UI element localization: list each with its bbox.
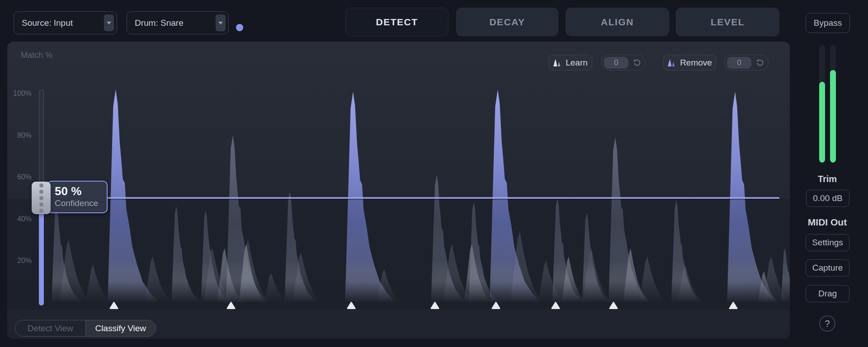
dropdown-arrow-box[interactable] [104,14,114,31]
learn-peaks-icon [553,59,562,67]
confidence-tooltip: 50 % Confidence [47,181,108,213]
output-meter-left [819,45,825,163]
chart-title: Match % [21,51,52,60]
classify-view-button[interactable]: Classify View [85,320,156,336]
y-axis-label: 60% [7,173,32,182]
view-toggle: Detect View Classify View [15,320,156,337]
match-chart[interactable] [7,42,790,339]
help-button[interactable]: ? [819,315,835,332]
threshold-line-shadow [106,199,779,200]
remove-button[interactable]: Remove [663,55,716,70]
source-select[interactable]: Source: Input [14,11,117,34]
tab-level[interactable]: LEVEL [676,8,779,36]
output-meter-right [830,45,836,163]
drum-select-label: Drum: Snare [127,18,216,28]
dropdown-arrow-box[interactable] [216,14,226,31]
tab-decay[interactable]: DECAY [456,8,558,36]
undo-icon[interactable] [755,58,764,67]
trim-label: Trim [800,174,854,184]
chevron-down-icon [107,22,111,24]
midi-capture-button[interactable]: Capture [806,259,849,277]
y-axis-label: 20% [7,256,32,265]
learn-count: 0 [604,57,628,69]
remove-button-label: Remove [680,58,712,68]
undo-icon[interactable] [632,58,642,67]
trim-value-field[interactable]: 0.00 dB [806,190,849,207]
remove-count: 0 [727,57,751,69]
detect-view-button[interactable]: Detect View [15,320,85,336]
threshold-line-highlight [106,197,779,198]
y-axis-label: 100% [7,89,32,98]
remove-counter[interactable]: 0 [724,55,769,70]
y-axis-label: 80% [7,131,32,140]
remove-peaks-icon [667,59,676,67]
status-dot [236,24,243,31]
y-axis-label: 40% [7,215,32,224]
learn-counter[interactable]: 0 [601,55,646,70]
below-threshold-shade [7,199,790,309]
confidence-value: 50 % [55,185,107,197]
source-select-label: Source: Input [14,18,104,28]
tab-align[interactable]: ALIGN [566,8,669,36]
learn-button[interactable]: Learn [548,55,592,70]
midi-out-label: MIDI Out [800,217,854,228]
midi-settings-button[interactable]: Settings [806,234,849,251]
midi-drag-button[interactable]: Drag [806,285,849,302]
learn-button-label: Learn [566,58,588,68]
confidence-slider-handle[interactable] [32,182,51,214]
bypass-button[interactable]: Bypass [806,13,850,33]
chevron-down-icon [218,22,223,24]
confidence-label: Confidence [55,197,107,209]
tab-detect[interactable]: DETECT [345,8,448,36]
drum-select[interactable]: Drum: Snare [127,11,229,34]
match-panel: Match % 100%80%60%40%20% 50 % Confidence… [7,42,790,339]
